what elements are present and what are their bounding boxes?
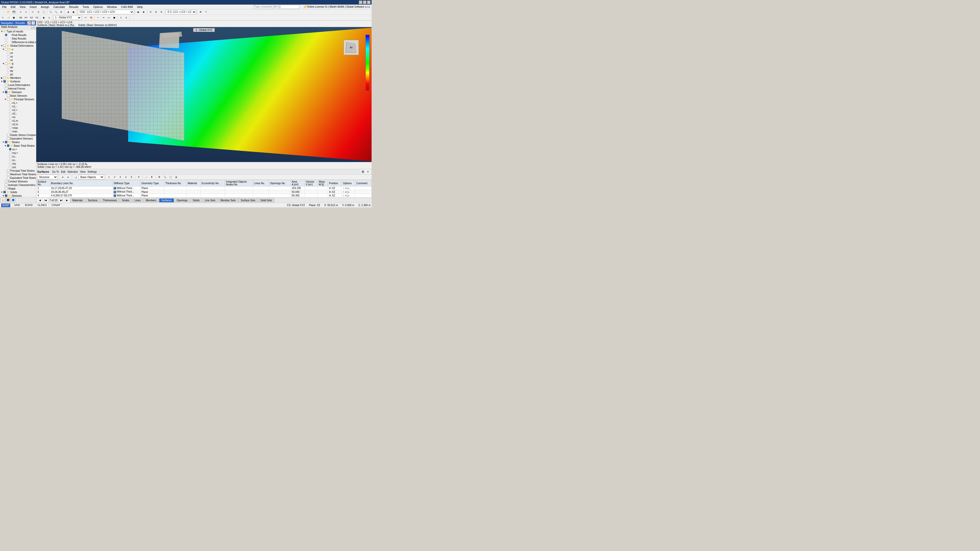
tab-thicknesses[interactable]: Thicknesses bbox=[100, 198, 119, 202]
bp-filter-5[interactable]: 5 bbox=[129, 175, 134, 179]
tab-solid-sets[interactable]: Solid Sets bbox=[258, 198, 274, 202]
tree-node-step-results[interactable]: 📄 Step Results bbox=[0, 37, 36, 40]
tree-shape[interactable]: Shape bbox=[0, 187, 36, 190]
panel-pin-button[interactable]: 📌 bbox=[27, 21, 31, 25]
tree-exy-p[interactable]: εxy,+ bbox=[0, 151, 36, 155]
tree-strains[interactable]: ▼ 📁 Strains bbox=[0, 140, 36, 144]
toggle-global-def[interactable]: ▼ bbox=[0, 44, 3, 47]
zoom-all-button[interactable]: ⊡ bbox=[59, 10, 64, 14]
menu-cad[interactable]: CAD-BIM bbox=[120, 5, 134, 9]
bp-tool-2[interactable]: 🔍 bbox=[162, 175, 167, 179]
page-prev[interactable]: ◀ bbox=[37, 198, 42, 203]
menu-options[interactable]: Options bbox=[92, 5, 104, 9]
zoom-out-button[interactable]: 🔍 bbox=[53, 10, 59, 14]
tree-basic-stresses[interactable]: Basic Stresses bbox=[0, 94, 36, 97]
view-xz[interactable]: XZ bbox=[29, 15, 34, 20]
nav-btn-2[interactable]: ⬛ bbox=[6, 198, 10, 202]
open-button[interactable]: 📂 bbox=[6, 10, 11, 14]
snap-button[interactable]: SNAP bbox=[1, 203, 11, 207]
paste-button[interactable]: 📋 bbox=[41, 10, 46, 14]
menu-window[interactable]: Window bbox=[106, 5, 118, 9]
tree-gxy[interactable]: γxy bbox=[0, 162, 36, 165]
bp-chart[interactable]: 📈 bbox=[144, 175, 149, 179]
tree-principal-strains[interactable]: Principal Total Strains bbox=[0, 169, 36, 172]
tab-members[interactable]: Members bbox=[143, 198, 159, 202]
tree-global-def[interactable]: ▼ 📁 Global Deformations bbox=[0, 44, 36, 48]
tree-s2p[interactable]: σ2,+ bbox=[0, 108, 36, 112]
tree-isotropic[interactable]: Isotropic Characteristics bbox=[0, 183, 36, 187]
menu-edit[interactable]: Edit bbox=[10, 5, 17, 9]
tree-elastic-components[interactable]: Elastic Stress Components bbox=[0, 133, 36, 137]
surface-button[interactable]: ▭ bbox=[106, 15, 111, 20]
tree-node-final-results[interactable]: 📄 Final Results bbox=[0, 33, 36, 37]
menu-insert[interactable]: Insert bbox=[29, 5, 38, 9]
view-xy[interactable]: XY bbox=[24, 15, 29, 20]
bp-selection[interactable]: Selection bbox=[66, 170, 79, 173]
stop-button[interactable]: ■ bbox=[141, 10, 146, 14]
tab-openings[interactable]: Openings bbox=[174, 198, 190, 202]
tree-equiv-strains[interactable]: Equivalent Total Strains bbox=[0, 176, 36, 179]
toggle-stresses[interactable]: ▼ bbox=[2, 91, 5, 94]
result-view-2[interactable]: ② bbox=[153, 10, 159, 14]
select-button[interactable]: ↖ bbox=[0, 15, 6, 20]
table-row[interactable]: 3 19-26,36-45,27 Without Thick... Plane … bbox=[37, 190, 372, 194]
menu-view[interactable]: View bbox=[19, 5, 27, 9]
cut-button[interactable]: ✂ bbox=[30, 10, 35, 14]
tree-max-strains[interactable]: Maximum Total Strains bbox=[0, 172, 36, 176]
menu-results[interactable]: Results bbox=[68, 5, 80, 9]
bp-settings[interactable]: Settings bbox=[86, 170, 98, 173]
bp-tool-3[interactable]: 📋 bbox=[168, 175, 173, 179]
undo-button[interactable]: ↩ bbox=[18, 10, 23, 14]
nav-btn-1[interactable]: 🔺 bbox=[0, 198, 5, 202]
grid-button[interactable]: GRID bbox=[13, 203, 21, 207]
osnap-button[interactable]: OSNAP bbox=[50, 203, 62, 207]
select-rect[interactable]: ⬜ bbox=[6, 15, 11, 20]
tree-tmax[interactable]: τmax bbox=[0, 126, 36, 130]
menu-file[interactable]: File bbox=[1, 5, 8, 9]
bp-view[interactable]: View bbox=[79, 170, 86, 173]
copy-button[interactable]: ⎘ bbox=[36, 10, 41, 14]
node-button[interactable]: • bbox=[95, 15, 100, 20]
tab-line-sets[interactable]: Line Sets bbox=[202, 198, 218, 202]
save-button[interactable]: 💾 bbox=[11, 10, 16, 14]
search-input[interactable] bbox=[253, 5, 299, 9]
toggle-u[interactable]: ▼ bbox=[2, 48, 5, 51]
result-type-combo[interactable]: S C: LC1 + LC2 + LC3 + LC4 bbox=[165, 10, 196, 14]
result-view-1[interactable]: ① bbox=[148, 10, 153, 14]
toggle-principal[interactable]: ▼ bbox=[4, 98, 6, 100]
solid-button[interactable]: ◼ bbox=[111, 15, 117, 20]
bp-export[interactable]: ⬆ bbox=[149, 175, 154, 179]
toggle-surfaces[interactable]: ▼ bbox=[0, 80, 3, 83]
page-first[interactable]: |◀ bbox=[43, 198, 48, 203]
page-last[interactable]: ▶| bbox=[59, 198, 64, 203]
zoom-in-button[interactable]: 🔍 bbox=[48, 10, 53, 14]
tree-principal-stresses[interactable]: ▼ 📁 Principal Stresses bbox=[0, 97, 36, 101]
tree-solids[interactable]: ▼ 📁 Solids bbox=[0, 190, 36, 194]
render-solid[interactable]: ◆ bbox=[41, 15, 46, 20]
tree-node-diff-results[interactable]: 📄 Differences to initial state bbox=[0, 40, 36, 44]
tab-lines[interactable]: Lines bbox=[132, 198, 143, 202]
display-button[interactable]: ◉ bbox=[71, 10, 76, 14]
toggle-basic-strains[interactable]: ▼ bbox=[4, 144, 6, 147]
close-button[interactable]: ✕ bbox=[367, 0, 371, 4]
tree-stresses[interactable]: ▼ 📁 Stresses bbox=[0, 90, 36, 94]
tree-phiy[interactable]: φy bbox=[0, 69, 36, 73]
panel-close-button[interactable]: ✕ bbox=[32, 21, 35, 25]
menu-assign[interactable]: Assign bbox=[40, 5, 50, 9]
tab-nodes[interactable]: Nodes bbox=[120, 198, 132, 202]
view-yz[interactable]: YZ bbox=[34, 15, 39, 20]
structure-combo[interactable]: Structure bbox=[37, 175, 58, 179]
page-next[interactable]: ▶ bbox=[65, 198, 70, 203]
tree-ez-m[interactable]: εz,- bbox=[0, 155, 36, 158]
bp-filter-1[interactable]: 1 bbox=[107, 175, 111, 179]
tree-phiz[interactable]: φz bbox=[0, 73, 36, 76]
tree-gxz[interactable]: γxz bbox=[0, 165, 36, 169]
nav-cube[interactable]: XZ bbox=[344, 40, 359, 55]
toggle-solid-stresses[interactable]: ▼ bbox=[2, 194, 5, 197]
bp-expand[interactable]: ⊞ bbox=[360, 169, 366, 174]
bp-filter-4[interactable]: 4 bbox=[123, 175, 128, 179]
tree-s1m[interactable]: σ1,- bbox=[0, 105, 36, 108]
tab-member-sets[interactable]: Member Sets bbox=[218, 198, 238, 202]
render-wire[interactable]: ◇ bbox=[46, 15, 52, 20]
load-case-combo[interactable]: CO2 - LC1 + LC2 + LC3 + LC4 bbox=[78, 10, 134, 14]
